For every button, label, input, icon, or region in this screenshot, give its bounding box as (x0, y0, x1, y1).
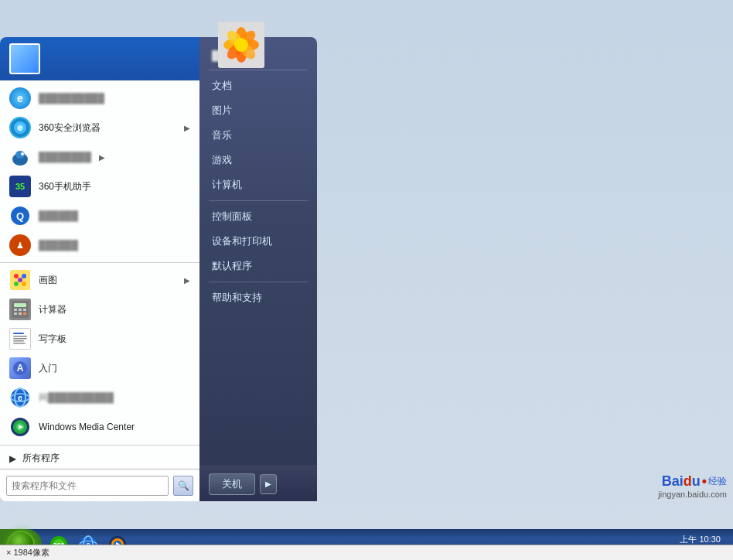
list-item[interactable]: 天 ████████ (0, 442, 199, 442)
app-label: ██████ (39, 210, 78, 221)
right-nav-music[interactable]: 音乐 (199, 123, 317, 148)
desktop: e ██████████ e 360安全浏览器 (0, 0, 733, 532)
svg-point-23 (14, 274, 19, 278)
pictures-label: 图片 (212, 104, 232, 118)
app-label: ████████ (39, 152, 91, 162)
status-bar: × 1984像素 (0, 545, 733, 560)
svg-rect-31 (19, 309, 22, 311)
separator (0, 445, 199, 446)
app-icon-360phone: 35 (9, 176, 31, 197)
list-item[interactable]: 画图 ▶ (0, 265, 199, 295)
svg-rect-33 (14, 312, 17, 315)
arrow-icon: ▶ (99, 153, 105, 162)
svg-point-17 (21, 152, 24, 155)
shutdown-button[interactable]: 关机 (209, 473, 255, 495)
shutdown-arrow-button[interactable]: ▶ (260, 474, 277, 494)
app-label: 360安全浏览器 (39, 121, 176, 135)
svg-rect-34 (19, 312, 22, 315)
separator (209, 70, 308, 70)
user-avatar (9, 43, 40, 74)
app-label: 画图 (39, 274, 176, 287)
arrow-icon: ▶ (184, 124, 190, 132)
baidu-dot: • (702, 473, 707, 490)
list-item[interactable]: Windows Media Center (0, 412, 199, 442)
app-icon-wmc (9, 416, 31, 438)
right-nav-pictures[interactable]: 图片 (199, 98, 317, 123)
start-menu-left: e ██████████ e 360安全浏览器 (0, 37, 199, 501)
list-item[interactable]: 35 360手机助手 (0, 172, 199, 201)
app-icon-qqchess: ♟ (9, 234, 31, 256)
all-programs-label: 所有程序 (22, 452, 190, 465)
app-label: 写字板 (39, 333, 190, 346)
help-label: 帮助和支持 (212, 291, 262, 305)
start-menu-user-header (0, 37, 199, 80)
list-item[interactable]: e ██████████ (0, 84, 199, 113)
right-nav-controlpanel[interactable]: 控制面板 (199, 204, 317, 229)
app-label: 计算器 (39, 303, 190, 316)
list-item[interactable]: 计算器 (0, 295, 199, 324)
start-menu: e ██████████ e 360安全浏览器 (0, 37, 317, 501)
right-nav-help[interactable]: 帮助和支持 (199, 285, 317, 310)
pixels-text: × 1984像素 (6, 547, 49, 558)
svg-text:♟: ♟ (16, 241, 24, 250)
app-icon-ie-like: e (9, 87, 31, 109)
list-item[interactable]: Q ██████ (0, 201, 199, 230)
list-item[interactable]: e 360安全浏览器 ▶ (0, 113, 199, 142)
list-item[interactable]: ████████ ▶ (0, 142, 199, 172)
app-label: 360手机助手 (39, 180, 190, 193)
separator (0, 262, 199, 263)
clock-time: 上午 10:30 (680, 534, 721, 545)
app-icon-wordpad (9, 328, 31, 350)
all-programs-item[interactable]: ▶ 所有程序 (0, 448, 199, 469)
search-button[interactable]: 🔍 (173, 476, 193, 496)
documents-label: 文档 (212, 79, 232, 93)
search-input[interactable] (6, 476, 169, 496)
list-item[interactable]: e 网██████████ (0, 383, 199, 412)
svg-text:Q: Q (16, 210, 24, 222)
right-nav-computer[interactable]: 计算机 (199, 172, 317, 197)
flower-decoration (218, 22, 264, 68)
app-icon-gettingstarted: A (9, 357, 31, 379)
svg-text:A: A (17, 363, 24, 374)
svg-rect-39 (13, 338, 27, 340)
baidu-watermark: Baidu • 经验 jingyan.baidu.com (563, 473, 733, 517)
svg-point-25 (14, 282, 19, 286)
defaultprograms-label: 默认程序 (212, 259, 252, 273)
list-item[interactable]: A 入门 (0, 353, 199, 383)
svg-text:e: e (18, 393, 22, 402)
list-item[interactable]: ♟ ██████ (0, 230, 199, 260)
svg-rect-37 (13, 333, 24, 334)
music-label: 音乐 (212, 128, 232, 142)
right-nav-games[interactable]: 游戏 (199, 148, 317, 172)
shutdown-bar: 关机 ▶ (199, 466, 317, 501)
svg-rect-40 (13, 340, 24, 342)
right-nav-defaultprograms[interactable]: 默认程序 (199, 254, 317, 278)
app-icon-calculator (9, 299, 31, 320)
app-label: 网██████████ (39, 391, 114, 405)
app-icon-paint (9, 269, 31, 291)
separator (209, 200, 308, 201)
svg-point-9 (234, 38, 248, 52)
app-icon-ie: e (9, 387, 31, 408)
devices-label: 设备和打印机 (212, 234, 272, 248)
right-nav-documents[interactable]: 文档 (199, 73, 317, 98)
right-nav-devices[interactable]: 设备和打印机 (199, 229, 317, 254)
list-item[interactable]: 写字板 (0, 324, 199, 353)
pinned-apps-section: e ██████████ e 360安全浏览器 (0, 80, 199, 442)
app-label: ██████ (39, 240, 78, 251)
computer-label: 计算机 (212, 178, 242, 192)
start-menu-right: ██████ 文档 图片 音乐 游戏 计算机 控制面板 (199, 37, 317, 501)
svg-rect-30 (14, 309, 17, 311)
separator (209, 282, 308, 282)
svg-rect-41 (13, 343, 26, 344)
baidu-tagline: 经验 (708, 475, 727, 488)
svg-point-27 (18, 278, 22, 282)
controlpanel-label: 控制面板 (212, 210, 252, 224)
svg-point-24 (22, 274, 26, 278)
svg-text:e: e (18, 124, 22, 132)
games-label: 游戏 (212, 153, 232, 167)
svg-rect-35 (23, 312, 26, 315)
baidu-logo: Baidu • 经验 (662, 473, 727, 490)
baidu-url: jingyan.baidu.com (658, 490, 727, 499)
svg-rect-29 (14, 303, 26, 307)
